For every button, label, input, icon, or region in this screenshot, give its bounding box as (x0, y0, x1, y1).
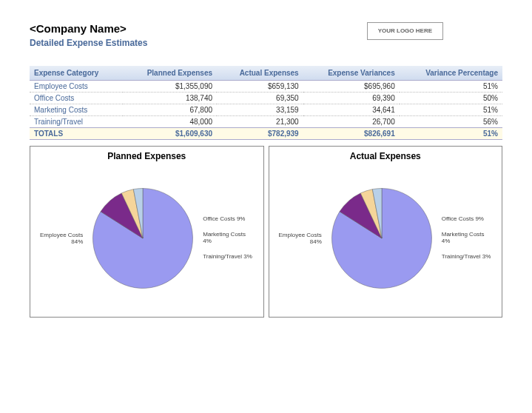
col-category: Expense Category (30, 66, 123, 81)
cell-pct: 51% (400, 81, 502, 93)
cell-category: Training/Travel (30, 116, 123, 128)
label: Marketing Costs 4% (203, 232, 255, 245)
table-header-row: Expense Category Planned Expenses Actual… (30, 66, 502, 81)
cell-category: Office Costs (30, 93, 123, 104)
cell-actual: $659,130 (217, 81, 303, 93)
header-row: <Company Name> Detailed Expense Estimate… (30, 22, 502, 48)
total-category: TOTALS (30, 128, 123, 140)
table-row: Training/Travel48,00021,30026,70056% (30, 116, 502, 128)
table-row: Marketing Costs67,80033,15934,64151% (30, 104, 502, 116)
total-planned: $1,609,630 (123, 128, 217, 140)
total-variance: $826,691 (303, 128, 400, 140)
col-variance: Expense Variances (303, 66, 400, 81)
chart-actual-right-labels: Office Costs 9% Marketing Costs 4% Train… (442, 216, 494, 260)
label: Office Costs 9% (442, 216, 494, 223)
chart-planned-left-label: Employee Costs 84% (38, 232, 83, 245)
cell-planned: $1,355,090 (123, 81, 217, 93)
company-name: <Company Name> (30, 22, 147, 35)
subtitle: Detailed Expense Estimates (30, 38, 147, 48)
cell-actual: 33,159 (217, 104, 303, 116)
cell-planned: 138,740 (123, 93, 217, 104)
totals-row: TOTALS$1,609,630$782,939$826,69151% (30, 128, 502, 140)
chart-planned: Planned Expenses Employee Costs 84% Offi… (30, 146, 264, 318)
chart-actual-left-label: Employee Costs 84% (277, 232, 322, 245)
cell-variance: $695,960 (303, 81, 400, 93)
col-actual: Actual Expenses (217, 66, 303, 81)
chart-planned-title: Planned Expenses (35, 151, 259, 161)
cell-variance: 69,390 (303, 93, 400, 104)
expense-table: Expense Category Planned Expenses Actual… (30, 66, 502, 140)
chart-actual-body: Employee Costs 84% Office Costs 9% Marke… (274, 164, 498, 312)
label: Training/Travel 3% (203, 254, 255, 261)
table-row: Office Costs138,74069,35069,39050% (30, 93, 502, 104)
cell-actual: 21,300 (217, 116, 303, 128)
chart-planned-body: Employee Costs 84% Office Costs 9% Marke… (35, 164, 259, 312)
charts-row: Planned Expenses Employee Costs 84% Offi… (30, 146, 502, 318)
pie-actual (326, 183, 437, 294)
cell-planned: 67,800 (123, 104, 217, 116)
total-actual: $782,939 (217, 128, 303, 140)
table-row: Employee Costs$1,355,090$659,130$695,960… (30, 81, 502, 93)
col-pct: Variance Percentage (400, 66, 502, 81)
header-text-block: <Company Name> Detailed Expense Estimate… (30, 22, 147, 48)
label: Training/Travel 3% (442, 254, 494, 261)
cell-variance: 26,700 (303, 116, 400, 128)
label: Marketing Costs 4% (442, 232, 494, 245)
pie-planned (87, 183, 198, 294)
cell-pct: 51% (400, 104, 502, 116)
cell-pct: 56% (400, 116, 502, 128)
cell-pct: 50% (400, 93, 502, 104)
logo-placeholder: YOUR LOGO HERE (367, 22, 443, 40)
cell-category: Marketing Costs (30, 104, 123, 116)
total-pct: 51% (400, 128, 502, 140)
chart-planned-right-labels: Office Costs 9% Marketing Costs 4% Train… (203, 216, 255, 260)
label: Office Costs 9% (203, 216, 255, 223)
chart-actual: Actual Expenses Employee Costs 84% Offic… (269, 146, 503, 318)
col-planned: Planned Expenses (123, 66, 217, 81)
cell-category: Employee Costs (30, 81, 123, 93)
cell-planned: 48,000 (123, 116, 217, 128)
chart-actual-title: Actual Expenses (274, 151, 498, 161)
cell-variance: 34,641 (303, 104, 400, 116)
cell-actual: 69,350 (217, 93, 303, 104)
